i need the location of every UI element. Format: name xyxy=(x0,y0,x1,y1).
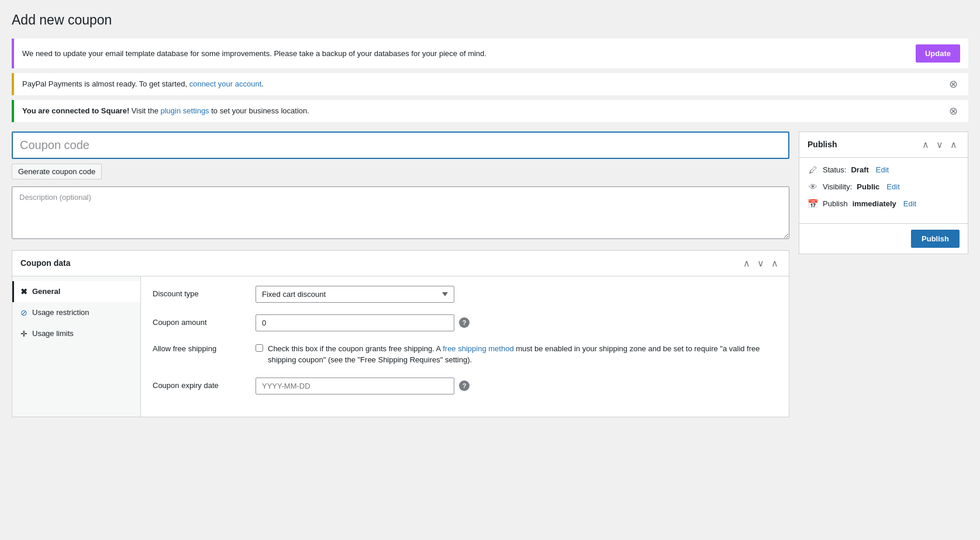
discount-type-label: Discount type xyxy=(153,286,246,298)
coupon-data-header: Coupon data ∧ ∨ ∧ xyxy=(12,251,789,276)
notice-square-text: You are connected to Square! Visit the p… xyxy=(22,106,937,115)
coupon-fields: Discount type Percentage discount Fixed … xyxy=(141,276,789,417)
notice-email-template-text: We need to update your email template da… xyxy=(22,49,906,58)
free-shipping-control: Check this box if the coupon grants free… xyxy=(256,343,777,366)
tab-general[interactable]: ✖ General xyxy=(12,281,140,302)
sidebar: Publish ∧ ∨ ∧ 🖊 Status: Draft Edit 👁 Vis… xyxy=(799,131,968,254)
notice-update-button[interactable]: Update xyxy=(916,44,960,63)
notice-paypal-text: PayPal Payments is almost ready. To get … xyxy=(22,79,937,88)
publish-visibility-edit-link[interactable]: Edit xyxy=(886,182,899,191)
free-shipping-checkbox[interactable] xyxy=(256,344,263,352)
tab-general-label: General xyxy=(32,287,60,296)
publish-timing-value: immediately xyxy=(853,199,896,208)
publish-status-label: Status: xyxy=(823,165,846,174)
publish-title: Publish xyxy=(808,140,837,149)
publish-visibility-row: 👁 Visibility: Public Edit xyxy=(808,182,960,192)
calendar-icon: 📅 xyxy=(808,199,818,209)
publish-status-value: Draft xyxy=(851,165,868,174)
coupon-expiry-label: Coupon expiry date xyxy=(153,378,246,390)
coupon-amount-label: Coupon amount xyxy=(153,314,246,327)
publish-meta: 🖊 Status: Draft Edit 👁 Visibility: Publi… xyxy=(799,158,968,223)
tab-usage-restriction-label: Usage restriction xyxy=(32,308,89,317)
publish-header: Publish ∧ ∨ ∧ xyxy=(799,132,968,158)
free-shipping-description: Check this box if the coupon grants free… xyxy=(268,343,777,366)
publish-status-row: 🖊 Status: Draft Edit xyxy=(808,165,960,175)
publish-status-edit-link[interactable]: Edit xyxy=(876,165,889,174)
discount-type-row: Discount type Percentage discount Fixed … xyxy=(153,286,777,303)
publish-collapse-buttons: ∧ ∨ ∧ xyxy=(920,138,960,151)
publish-label-text: Publish xyxy=(823,199,848,208)
publish-visibility-label: Visibility: xyxy=(823,182,852,191)
main-layout: Generate coupon code Coupon data ∧ ∨ ∧ ✖… xyxy=(12,131,968,417)
publish-box: Publish ∧ ∨ ∧ 🖊 Status: Draft Edit 👁 Vis… xyxy=(799,131,968,254)
coupon-expiry-help-icon[interactable]: ? xyxy=(459,380,470,391)
discount-type-select[interactable]: Percentage discount Fixed cart discount … xyxy=(256,286,454,303)
notice-square-dismiss[interactable]: ⊗ xyxy=(947,106,960,116)
notice-paypal: PayPal Payments is almost ready. To get … xyxy=(12,73,968,95)
coupon-amount-control: ? xyxy=(256,314,777,331)
notice-paypal-dismiss[interactable]: ⊗ xyxy=(947,79,960,89)
publish-button[interactable]: Publish xyxy=(911,230,960,248)
coupon-amount-row: Coupon amount ? xyxy=(153,314,777,331)
coupon-data-title: Coupon data xyxy=(20,258,71,268)
main-content: Generate coupon code Coupon data ∧ ∨ ∧ ✖… xyxy=(12,131,789,417)
visibility-icon: 👁 xyxy=(808,182,818,192)
publish-timing-edit-link[interactable]: Edit xyxy=(903,199,916,208)
coupon-code-input[interactable] xyxy=(12,131,789,159)
coupon-amount-help-icon[interactable]: ? xyxy=(459,317,470,328)
publish-timing-row: 📅 Publish immediately Edit xyxy=(808,199,960,209)
collapse-up-button[interactable]: ∧ xyxy=(741,257,753,270)
tab-usage-limits[interactable]: ✛ Usage limits xyxy=(12,323,140,344)
publish-visibility-value: Public xyxy=(857,182,879,191)
page-title: Add new coupon xyxy=(12,12,968,29)
restriction-icon: ⊘ xyxy=(20,308,27,317)
generate-coupon-code-button[interactable]: Generate coupon code xyxy=(12,164,102,179)
coupon-data-box: Coupon data ∧ ∨ ∧ ✖ General ⊘ Usage re xyxy=(12,250,789,417)
publish-collapse-arrow[interactable]: ∧ xyxy=(948,138,960,151)
coupon-expiry-row: Coupon expiry date ? xyxy=(153,378,777,394)
coupon-expiry-input[interactable] xyxy=(256,378,454,394)
square-plugin-settings-link[interactable]: plugin settings xyxy=(161,106,209,115)
collapse-arrow-button[interactable]: ∧ xyxy=(769,257,781,270)
publish-actions: Publish xyxy=(799,223,968,254)
coupon-tabs: ✖ General ⊘ Usage restriction ✛ Usage li… xyxy=(12,276,141,417)
notice-square: You are connected to Square! Visit the p… xyxy=(12,100,968,122)
collapse-buttons: ∧ ∨ ∧ xyxy=(741,257,781,270)
collapse-down-button[interactable]: ∨ xyxy=(755,257,767,270)
notice-email-template: We need to update your email template da… xyxy=(12,39,968,68)
coupon-data-inner: ✖ General ⊘ Usage restriction ✛ Usage li… xyxy=(12,276,789,417)
free-shipping-label: Allow free shipping xyxy=(153,343,246,353)
discount-type-control: Percentage discount Fixed cart discount … xyxy=(256,286,777,303)
general-icon: ✖ xyxy=(20,287,27,296)
tab-usage-limits-label: Usage limits xyxy=(32,329,74,338)
paypal-connect-link[interactable]: connect your account xyxy=(189,79,262,88)
limits-icon: ✛ xyxy=(20,329,27,338)
publish-collapse-up[interactable]: ∧ xyxy=(920,138,931,151)
free-shipping-row: Allow free shipping Check this box if th… xyxy=(153,343,777,366)
tab-usage-restriction[interactable]: ⊘ Usage restriction xyxy=(12,302,140,323)
coupon-amount-input[interactable] xyxy=(256,314,454,331)
free-shipping-method-link[interactable]: free shipping method xyxy=(443,344,513,353)
coupon-expiry-control: ? xyxy=(256,378,777,394)
status-icon: 🖊 xyxy=(808,165,818,175)
publish-collapse-down[interactable]: ∨ xyxy=(934,138,946,151)
description-textarea[interactable] xyxy=(12,186,789,239)
